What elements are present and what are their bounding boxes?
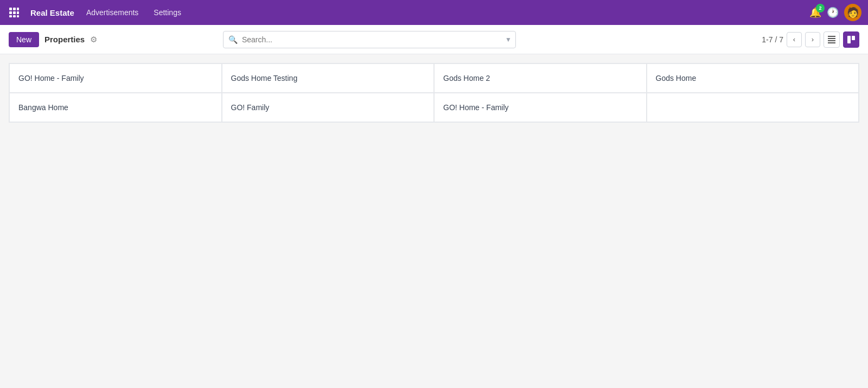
svg-rect-4 xyxy=(13,11,16,14)
svg-rect-1 xyxy=(13,8,16,10)
svg-rect-7 xyxy=(13,15,16,17)
list-view-button[interactable] xyxy=(824,31,840,48)
pagination-area: 1-7 / 7 ‹ › xyxy=(762,31,859,48)
properties-grid: GO! Home - Family Gods Home Testing Gods… xyxy=(9,63,859,123)
list-item[interactable]: Bangwa Home xyxy=(9,93,222,122)
list-item[interactable]: GO! Home - Family xyxy=(434,93,647,122)
svg-rect-8 xyxy=(17,15,19,17)
search-dropdown-button[interactable]: ▼ xyxy=(505,36,512,43)
top-navigation: Real Estate Advertisements Settings 🔔 2 … xyxy=(0,0,868,25)
kanban-view-button[interactable] xyxy=(843,31,859,48)
new-button[interactable]: New xyxy=(9,32,39,47)
svg-rect-12 xyxy=(828,42,835,43)
pagination-text: 1-7 / 7 xyxy=(762,35,783,44)
settings-gear-icon[interactable]: ⚙ xyxy=(90,35,97,44)
svg-rect-5 xyxy=(17,11,19,14)
pagination-next-button[interactable]: › xyxy=(805,32,820,47)
brand-label[interactable]: Real Estate xyxy=(30,8,74,17)
apps-grid-icon[interactable] xyxy=(7,5,22,20)
svg-rect-9 xyxy=(828,36,835,37)
page-title: Properties xyxy=(44,35,85,44)
clock-icon[interactable]: 🕐 xyxy=(827,7,839,18)
svg-rect-2 xyxy=(17,8,19,10)
svg-rect-14 xyxy=(852,36,855,40)
empty-card xyxy=(647,93,859,122)
avatar[interactable]: 🧑 xyxy=(844,4,861,21)
notification-badge: 2 xyxy=(816,4,825,12)
list-item[interactable]: Gods Home xyxy=(647,63,859,93)
toolbar: New Properties ⚙ 🔍 ▼ 1-7 / 7 ‹ › xyxy=(0,25,868,54)
notification-bell-icon[interactable]: 🔔 2 xyxy=(809,7,821,18)
svg-rect-11 xyxy=(828,40,835,41)
svg-rect-3 xyxy=(9,11,12,14)
list-item[interactable]: Gods Home 2 xyxy=(434,63,647,93)
svg-rect-10 xyxy=(828,38,835,39)
search-container: 🔍 ▼ xyxy=(223,31,516,48)
svg-rect-0 xyxy=(9,8,12,10)
svg-rect-6 xyxy=(9,15,12,17)
list-item[interactable]: GO! Home - Family xyxy=(9,63,222,93)
nav-advertisements[interactable]: Advertisements xyxy=(83,6,142,19)
main-content: GO! Home - Family Gods Home Testing Gods… xyxy=(0,54,868,388)
search-icon: 🔍 xyxy=(228,35,238,44)
svg-rect-13 xyxy=(847,36,851,43)
search-input[interactable] xyxy=(223,31,516,48)
nav-settings[interactable]: Settings xyxy=(150,6,184,19)
pagination-prev-button[interactable]: ‹ xyxy=(787,32,802,47)
topnav-right-area: 🔔 2 🕐 🧑 xyxy=(809,4,861,21)
list-item[interactable]: Gods Home Testing xyxy=(222,63,435,93)
list-item[interactable]: GO! Family xyxy=(222,93,435,122)
